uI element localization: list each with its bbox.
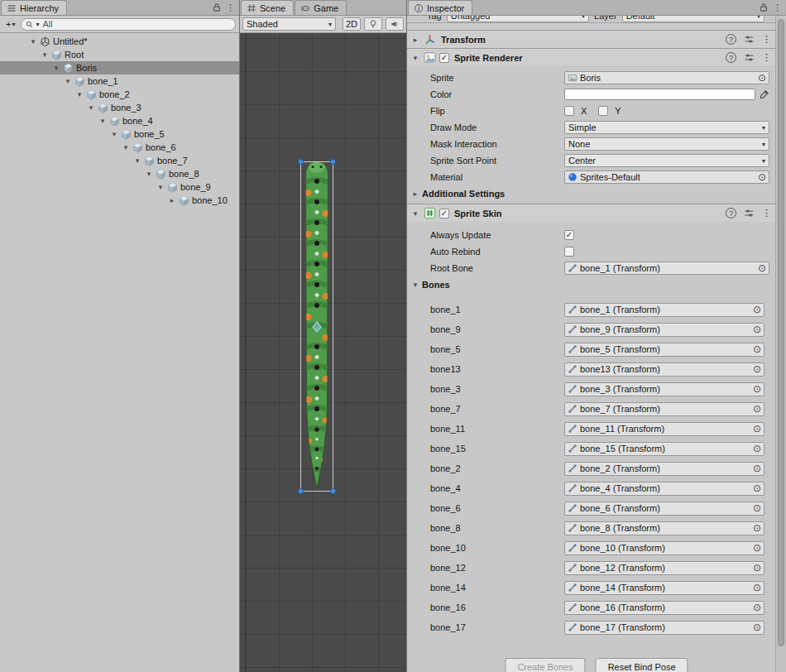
draw-mode-dropdown[interactable]: Simple ▾ (564, 121, 769, 134)
foldout-icon[interactable]: ▾ (28, 37, 38, 46)
mask-interaction-dropdown[interactable]: None ▾ (564, 137, 769, 151)
kebab-menu-icon[interactable]: ⋮ (762, 52, 771, 63)
foldout-icon[interactable]: ▾ (98, 117, 108, 125)
bone-object-field[interactable]: bone_11 (Transform)⊙ (564, 422, 764, 436)
hierarchy-search-input[interactable]: ▾ All (21, 18, 236, 31)
flip-y-checkbox[interactable]: ✓ (598, 106, 608, 116)
preset-icon[interactable] (744, 52, 755, 63)
hierarchy-item-bone_2[interactable]: ▾bone_2 (0, 88, 239, 101)
lock-icon[interactable] (212, 2, 222, 12)
bone-object-field[interactable]: bone_17 (Transform)⊙ (564, 621, 764, 635)
foldout-icon[interactable]: ▸ (167, 196, 177, 204)
bone-object-field[interactable]: bone_14 (Transform)⊙ (564, 581, 764, 595)
bone-object-field[interactable]: bone_1 (Transform)⊙ (564, 303, 764, 317)
object-picker-icon[interactable]: ⊙ (753, 444, 761, 454)
object-picker-icon[interactable]: ⊙ (753, 503, 761, 513)
scene-audio-button[interactable] (386, 17, 404, 31)
create-menu-button[interactable]: + ▾ (3, 17, 17, 31)
bone-object-field[interactable]: bone13 (Transform)⊙ (564, 362, 764, 377)
object-picker-icon[interactable]: ⊙ (753, 583, 761, 593)
object-picker-icon[interactable]: ⊙ (758, 263, 766, 273)
bone-object-field[interactable]: bone_12 (Transform)⊙ (564, 561, 764, 575)
foldout-icon[interactable]: ▾ (74, 90, 84, 98)
foldout-icon[interactable]: ▾ (40, 50, 50, 59)
object-picker-icon[interactable]: ⊙ (753, 324, 761, 334)
foldout-icon[interactable]: ▾ (121, 143, 131, 151)
object-picker-icon[interactable]: ⊙ (758, 172, 766, 182)
shading-mode-dropdown[interactable]: Shaded ▾ (242, 17, 336, 31)
foldout-icon[interactable]: ▾ (410, 54, 420, 62)
eyedropper-icon[interactable] (759, 89, 769, 100)
hierarchy-item-bone_7[interactable]: ▾bone_7 (0, 154, 239, 167)
object-picker-icon[interactable]: ⊙ (753, 563, 761, 573)
root-bone-object-field[interactable]: bone_1 (Transform) ⊙ (564, 262, 769, 275)
kebab-menu-icon[interactable]: ⋮ (762, 208, 771, 218)
object-picker-icon[interactable]: ⊙ (753, 404, 761, 414)
layer-dropdown[interactable]: Default ▾ (622, 16, 764, 22)
foldout-icon[interactable]: ▾ (410, 209, 420, 218)
scene-viewport[interactable] (240, 33, 406, 672)
sprite-renderer-enabled-checkbox[interactable]: ✓ (439, 53, 449, 63)
hierarchy-item-bone_6[interactable]: ▾bone_6 (0, 141, 239, 154)
scrollbar-thumb[interactable] (778, 19, 784, 646)
object-picker-icon[interactable]: ⊙ (753, 384, 761, 394)
additional-settings-foldout[interactable]: ▸ Additional Settings (407, 185, 786, 202)
bone-object-field[interactable]: bone_4 (Transform)⊙ (564, 482, 764, 496)
bones-foldout[interactable]: ▾ Bones (407, 276, 786, 293)
create-bones-button[interactable]: Create Bones (505, 658, 585, 672)
tag-dropdown[interactable]: Untagged ▾ (447, 16, 589, 22)
toggle-2d-button[interactable]: 2D (343, 17, 361, 31)
flip-x-checkbox[interactable]: ✓ (564, 106, 574, 116)
transform-component-header[interactable]: ▸ Transform ? ⋮ (407, 30, 786, 48)
bone-object-field[interactable]: bone_6 (Transform)⊙ (564, 502, 764, 516)
auto-rebind-checkbox[interactable]: ✓ (564, 247, 574, 257)
bone-object-field[interactable]: bone_5 (Transform)⊙ (564, 343, 764, 357)
bone-object-field[interactable]: bone_16 (Transform)⊙ (564, 601, 764, 615)
selection-handle-bottom-right[interactable] (330, 488, 336, 494)
bone-object-field[interactable]: bone_3 (Transform)⊙ (564, 382, 764, 396)
help-icon[interactable]: ? (726, 52, 736, 63)
foldout-icon[interactable]: ▾ (144, 170, 154, 178)
bone-object-field[interactable]: bone_10 (Transform)⊙ (564, 541, 764, 555)
object-picker-icon[interactable]: ⊙ (753, 622, 761, 632)
hierarchy-item-bone_10[interactable]: ▸bone_10 (0, 194, 239, 207)
hierarchy-item-untitled[interactable]: ▾Untitled* (0, 35, 239, 48)
hierarchy-item-root[interactable]: ▾Root (0, 48, 239, 61)
hierarchy-item-bone_5[interactable]: ▾bone_5 (0, 127, 239, 141)
material-object-field[interactable]: Sprites-Default ⊙ (564, 170, 769, 184)
foldout-icon[interactable]: ▾ (132, 156, 142, 165)
tab-scene[interactable]: Scene (241, 0, 294, 15)
kebab-menu-icon[interactable]: ⋮ (762, 34, 771, 45)
hierarchy-item-bone_8[interactable]: ▾bone_8 (0, 167, 239, 180)
foldout-icon[interactable]: ▸ (410, 36, 420, 44)
foldout-icon[interactable]: ▾ (109, 130, 119, 138)
selection-handle-top-left[interactable] (298, 159, 304, 165)
sprite-selection-box[interactable] (300, 161, 333, 492)
foldout-icon[interactable]: ▾ (156, 183, 165, 191)
hierarchy-item-bone_4[interactable]: ▾bone_4 (0, 114, 239, 127)
kebab-menu-icon[interactable]: ⋮ (226, 2, 235, 13)
object-picker-icon[interactable]: ⊙ (758, 73, 766, 83)
sprite-renderer-component-header[interactable]: ▾ ✓ Sprite Renderer ? ⋮ (407, 48, 786, 66)
object-picker-icon[interactable]: ⊙ (753, 602, 761, 612)
hierarchy-item-bone_9[interactable]: ▾bone_9 (0, 180, 239, 194)
foldout-icon[interactable]: ▾ (63, 77, 73, 85)
reset-bind-pose-button[interactable]: Reset Bind Pose (596, 658, 688, 672)
sprite-sort-point-dropdown[interactable]: Center ▾ (564, 154, 769, 167)
foldout-icon[interactable]: ▾ (86, 103, 96, 112)
inspector-scrollbar[interactable] (775, 17, 786, 672)
foldout-icon[interactable]: ▾ (51, 64, 61, 72)
sprite-skin-component-header[interactable]: ▾ ✓ Sprite Skin ? ⋮ (407, 204, 786, 222)
selection-handle-top-right[interactable] (330, 159, 336, 165)
help-icon[interactable]: ? (726, 34, 736, 45)
kebab-menu-icon[interactable]: ⋮ (773, 2, 782, 13)
bone-object-field[interactable]: bone_7 (Transform)⊙ (564, 402, 764, 416)
object-picker-icon[interactable]: ⊙ (753, 463, 761, 473)
object-picker-icon[interactable]: ⊙ (753, 424, 761, 434)
hierarchy-item-bone_1[interactable]: ▾bone_1 (0, 74, 239, 88)
object-picker-icon[interactable]: ⊙ (753, 543, 761, 553)
preset-icon[interactable] (744, 208, 755, 218)
lock-icon[interactable] (759, 2, 769, 12)
help-icon[interactable]: ? (726, 208, 736, 218)
bone-object-field[interactable]: bone_9 (Transform)⊙ (564, 323, 764, 337)
